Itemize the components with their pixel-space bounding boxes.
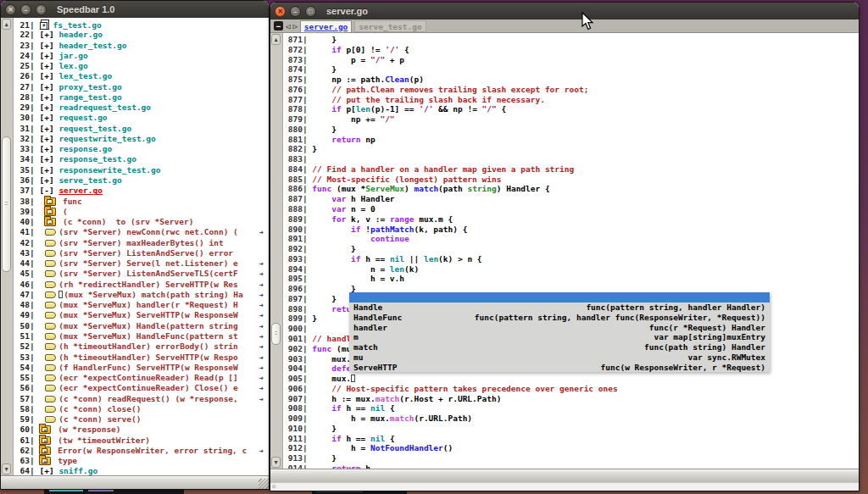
item-label[interactable]: (mux *ServeMux) ServeHTTP(w ResponseW [58,310,238,319]
closed-folder-icon[interactable]: + [39,425,51,434]
minimize-icon[interactable]: – [290,6,301,17]
editor-titlebar[interactable]: ✕ – □ server.go [270,3,859,19]
speedbar-tag-item[interactable]: 55| (ecr *expectContinueReader) Read(p [… [14,373,269,383]
speedbar-tag-item[interactable]: 40| - (c *conn) to (srv *Server) [14,217,269,227]
speedbar-file-item[interactable]: 23| [+] header_test.go [14,41,269,51]
scroll-up-icon[interactable]: ▲ [2,19,11,30]
speedbar-file-item[interactable]: 34| [+] response_test.go [14,154,269,164]
code-line[interactable]: 907| h := mux.match(r.Host + r.URL.Path) [283,394,859,404]
speedbar-tag-item[interactable]: 62| + Error(w ResponseWriter, error stri… [14,446,269,456]
tag-icon[interactable] [45,375,56,381]
code-line[interactable]: 912| h = NotFoundHandler() [283,443,859,453]
tag-icon[interactable] [45,396,56,402]
speedbar-tag-item[interactable]: 58| (c *conn) close() [14,404,269,414]
tag-icon[interactable] [45,354,56,361]
speedbar-tag-item[interactable]: 42| (srv *Server) maxHeaderBytes() int [14,238,269,248]
item-label[interactable]: requestwrite_test.go [58,134,155,143]
code-line[interactable]: 893| if h == nil || len(k) > n { [283,254,859,264]
item-label[interactable]: (ecr *expectContinueReader) Close() e [58,383,238,392]
code-line[interactable]: 891| continue [283,234,859,244]
tag-icon[interactable] [45,416,56,423]
item-label[interactable]: (w *response) [58,425,120,434]
speedbar-file-item[interactable]: 37| [-] server.go [14,186,269,196]
speedbar-tag-item[interactable]: 52| (h *timeoutHandler) errorBody() stri… [14,341,269,352]
speedbar-tag-item[interactable]: 47| (mux *ServeMux) match(path string) H… [14,290,269,300]
echo-area[interactable]: ◎ [270,482,859,491]
scroll-down-icon[interactable]: ▼ [2,463,11,475]
open-folder-icon[interactable]: - [44,208,56,216]
speedbar-tag-item[interactable]: 41| (srv *Server) newConn(rwc net.Conn) … [14,227,269,237]
expand-icon[interactable]: [+] [39,124,53,133]
expand-icon[interactable]: [+] [39,30,53,39]
item-label[interactable]: type [58,456,77,465]
code-line[interactable]: 895| h = v.h [283,274,859,284]
closed-folder-icon[interactable]: + [39,436,51,445]
tab-back-icon[interactable]: ◁ [286,20,290,32]
item-label[interactable]: (h *timeoutHandler) ServeHTTP(w Respo [58,352,238,362]
item-label[interactable]: (mux *ServeMux) Handle(pattern string [58,321,238,330]
item-label[interactable]: (c *conn) readRequest() (w *response, [58,394,238,403]
expand-icon[interactable]: [+] [39,113,53,122]
close-icon[interactable]: ✕ [275,6,286,17]
code-line[interactable]: 883| [283,154,859,164]
item-label[interactable]: (c *conn) serve() [58,414,141,424]
item-label[interactable]: (srv *Server) ListenAndServeTLS(certF [58,269,238,278]
tag-icon[interactable] [45,333,56,340]
speedbar-file-item[interactable]: 35| [+] responsewrite_test.go [14,165,269,175]
code-line[interactable]: 872| if p[0] != '/' { [283,45,859,55]
code-line[interactable]: 913| } [283,453,859,463]
speedbar-tag-item[interactable]: 50| (mux *ServeMux) Handle(pattern strin… [14,321,269,331]
item-label[interactable]: (h *timeoutHandler) errorBody() strin [58,341,238,351]
item-label[interactable]: jar.go [58,51,87,60]
item-label[interactable]: (f HandlerFunc) ServeHTTP(w ResponseW [58,363,238,372]
code-line[interactable]: 906| // Host-specific pattern takes prec… [283,384,859,394]
speedbar-titlebar[interactable]: ✕ – □ Speedbar 1.0 [1,1,269,18]
item-label[interactable]: (srv *Server) newConn(rwc net.Conn) ( [58,227,238,236]
tag-icon[interactable] [45,364,56,371]
item-label[interactable]: (mux *ServeMux) handler(r *Request) H [58,300,238,309]
tabbar-minus-button[interactable]: − [274,21,283,31]
item-label[interactable]: request.go [58,113,107,122]
speedbar-tag-item[interactable]: 38| - func [14,197,269,207]
autocomplete-candidate[interactable]: Handlefunc(pattern string, handler Handl… [349,303,770,313]
speedbar-tag-item[interactable]: 44| (srv *Server) Serve(l net.Listener) … [14,258,269,269]
item-label[interactable]: server.go [58,186,102,195]
item-label[interactable]: func [63,197,82,206]
speedbar-file-item[interactable]: 27| [+] proxy_test.go [14,82,269,92]
code-line[interactable]: 873| p = "/" + p [283,55,859,65]
maximize-icon[interactable]: □ [305,6,316,17]
speedbar-scrollbar[interactable]: ▲ ▼ [1,18,14,475]
item-label[interactable]: lex_test.go [58,71,112,80]
scroll-up-icon[interactable]: ▲ [271,34,281,45]
speedbar-tag-item[interactable]: 56| (ecr *expectContinueReader) Close() … [14,383,269,393]
item-label[interactable]: (mux *ServeMux) match(path string) Ha [64,290,243,299]
editor-scrollbar-thumb[interactable] [271,323,281,345]
closed-folder-icon[interactable]: + [39,457,51,465]
tag-icon[interactable] [45,323,56,330]
speedbar-file-item[interactable]: 26| [+] lex_test.go [14,71,269,81]
autocomplete-candidate[interactable]: ServeHTTPfunc(w ResponseWriter, r *Reque… [349,363,770,373]
code-line[interactable]: 871| } [283,35,859,45]
item-label[interactable]: header_test.go [58,41,126,50]
tag-icon[interactable] [45,260,56,267]
code-line[interactable]: 880| } [283,125,859,135]
speedbar-file-item[interactable]: 30| [+] request.go [14,113,269,123]
tag-icon[interactable] [45,343,56,350]
speedbar-tag-item[interactable]: 51| (mux *ServeMux) HandleFunc(pattern s… [14,331,269,341]
code-line[interactable]: 878| if p[len(p)-1] == '/' && np != "/" … [283,104,859,114]
code-line[interactable]: 890| if !pathMatch(k, path) { [283,225,859,235]
code-line[interactable]: 882| } [283,144,859,154]
item-label[interactable]: serve_test.go [58,175,121,185]
autocomplete-candidate[interactable]: handlerfunc(r *Request) Handler [349,323,770,333]
speedbar-tag-item[interactable]: 39| - ( [14,207,269,217]
expand-icon[interactable]: [+] [39,144,53,153]
code-line[interactable]: 874| } [283,64,859,75]
item-label[interactable]: response.go [58,144,112,153]
speedbar-file-item[interactable]: 64| [+] sniff.go [14,466,269,475]
code-line[interactable]: 892| } [283,244,859,254]
speedbar-scrollbar-thumb[interactable] [2,136,11,272]
speedbar-tag-item[interactable]: 63| + type [14,456,269,466]
speedbar-tag-item[interactable]: 45| (srv *Server) ListenAndServeTLS(cert… [14,269,269,279]
code-line[interactable]: 889| for k, v := range mux.m { [283,214,859,225]
code-line[interactable]: 875| np := path.Clean(p) [283,75,859,85]
